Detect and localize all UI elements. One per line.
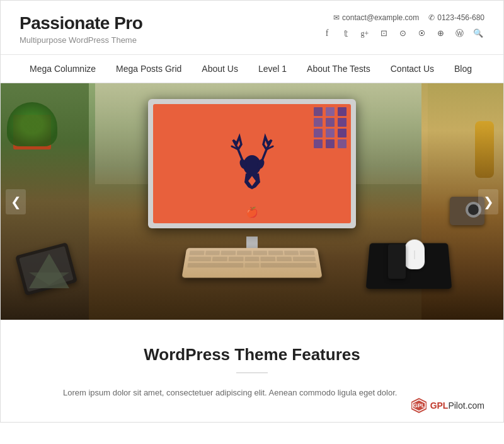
site-header: Passionate Pro Multipurpose WordPress Th… — [1, 1, 503, 55]
google-plus-icon[interactable]: g+ — [358, 27, 371, 40]
gpl-text: GPL — [430, 400, 449, 411]
features-title: WordPress Theme Features — [20, 345, 484, 365]
features-description: Lorem ipsum dolor sit amet, consectetuer… — [57, 386, 447, 400]
nav-link-level1[interactable]: Level 1 — [248, 55, 297, 83]
nav-list: Mega Columnize Mega Posts Grid About Us … — [20, 55, 484, 83]
nav-item-about-us[interactable]: About Us — [192, 55, 248, 83]
contact-info: ✉ contact@example.com ✆ 0123-456-680 — [333, 13, 484, 22]
phone-number: 0123-456-680 — [437, 13, 484, 22]
phone-icon: ✆ — [428, 13, 435, 22]
email-contact: ✉ contact@example.com — [333, 13, 419, 22]
nav-link-about-us[interactable]: About Us — [192, 55, 248, 83]
phone-contact: ✆ 0123-456-680 — [428, 13, 484, 22]
email-address: contact@example.com — [342, 13, 419, 22]
domain-text: .com — [466, 400, 484, 411]
email-icon: ✉ — [333, 13, 340, 22]
nav-item-level1[interactable]: Level 1 — [248, 55, 297, 83]
deer-logo — [226, 131, 279, 197]
svg-text:GPL: GPL — [413, 402, 425, 409]
nav-link-about-tests[interactable]: About The Tests — [297, 55, 381, 83]
nav-item-about-tests[interactable]: About The Tests — [297, 55, 381, 83]
github-icon[interactable]: ⊙ — [396, 27, 409, 40]
instagram-icon[interactable]: ⊡ — [377, 27, 390, 40]
header-contact: ✉ contact@example.com ✆ 0123-456-680 f 𝕥… — [321, 13, 484, 40]
features-section: WordPress Theme Features Lorem ipsum dol… — [1, 320, 503, 422]
site-subtitle: Multipurpose WordPress Theme — [20, 35, 142, 45]
nav-link-mega-columnize[interactable]: Mega Columnize — [20, 55, 106, 83]
gpl-label: GPLPilot.com — [430, 400, 484, 411]
site-title: Passionate Pro — [20, 13, 142, 33]
gpl-pilot-icon: GPL — [410, 397, 428, 414]
page-wrapper: Passionate Pro Multipurpose WordPress Th… — [0, 0, 504, 423]
search-icon[interactable]: 🔍 — [472, 27, 484, 40]
features-divider — [236, 372, 268, 373]
nav-link-mega-posts-grid[interactable]: Mega Posts Grid — [106, 55, 192, 83]
nav-item-mega-posts-grid[interactable]: Mega Posts Grid — [106, 55, 192, 83]
flickr-icon[interactable]: ⦿ — [415, 27, 428, 40]
nav-link-contact-us[interactable]: Contact Us — [381, 55, 444, 83]
hero-slider: 🍎 — [1, 83, 503, 320]
twitter-icon[interactable]: 𝕥 — [340, 27, 352, 40]
nav-item-contact-us[interactable]: Contact Us — [381, 55, 444, 83]
gpl-badge[interactable]: GPL GPLPilot.com — [410, 397, 484, 414]
nav-link-blog[interactable]: Blog — [444, 55, 482, 83]
facebook-icon[interactable]: f — [321, 27, 333, 40]
social-icons-bar: f 𝕥 g+ ⊡ ⊙ ⦿ ⊕ Ⓦ 🔍 — [321, 27, 484, 40]
wordpress-icon[interactable]: Ⓦ — [453, 27, 466, 40]
slider-prev-button[interactable]: ❮ — [6, 189, 26, 214]
header-branding: Passionate Pro Multipurpose WordPress Th… — [20, 13, 142, 45]
main-navigation: Mega Columnize Mega Posts Grid About Us … — [1, 55, 503, 83]
slider-next-button[interactable]: ❯ — [478, 189, 498, 214]
pinterest-icon[interactable]: ⊕ — [434, 27, 447, 40]
nav-item-blog[interactable]: Blog — [444, 55, 482, 83]
pilot-text: Pilot — [448, 400, 465, 411]
nav-item-mega-columnize[interactable]: Mega Columnize — [20, 55, 106, 83]
